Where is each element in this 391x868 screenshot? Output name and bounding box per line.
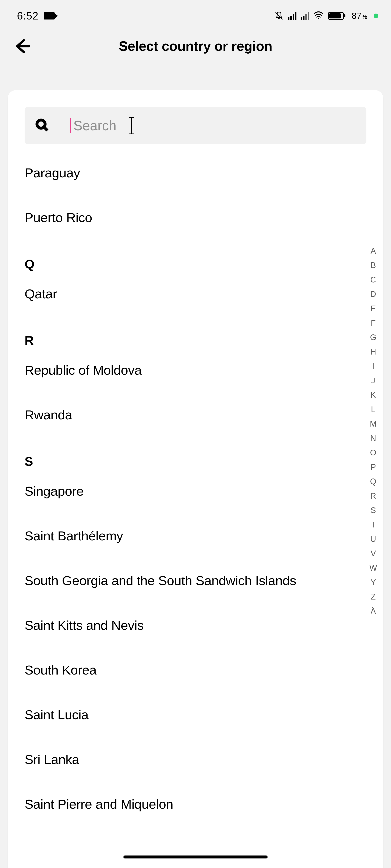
privacy-indicator-dot — [373, 13, 378, 18]
country-item[interactable]: Singapore — [25, 469, 366, 514]
wifi-icon — [313, 10, 324, 22]
index-letter[interactable]: P — [370, 460, 376, 474]
country-item[interactable]: Rwanda — [25, 393, 366, 437]
home-indicator[interactable] — [123, 856, 268, 859]
input-cursor — [70, 118, 71, 133]
svg-line-0 — [275, 12, 282, 20]
index-letter[interactable]: Y — [370, 575, 376, 590]
status-bar: 6:52 87% — [0, 0, 391, 32]
index-letter[interactable]: A — [370, 244, 376, 258]
section-header-r: R — [25, 316, 366, 348]
index-letter[interactable]: R — [370, 489, 376, 503]
index-letter[interactable]: C — [370, 273, 376, 287]
section-header-s: S — [25, 437, 366, 469]
country-item[interactable]: South Korea — [25, 648, 366, 692]
index-letter[interactable]: G — [370, 330, 377, 345]
status-right: 87% — [274, 10, 378, 22]
country-list[interactable]: Paraguay Puerto Rico Q Qatar R Republic … — [8, 151, 383, 827]
index-letter[interactable]: Q — [370, 474, 377, 489]
country-list-card: Search Paraguay Puerto Rico Q Qatar R Re… — [8, 90, 383, 868]
page-header: Select country or region — [0, 32, 391, 60]
index-letter[interactable]: T — [371, 518, 375, 532]
country-item[interactable]: Sri Lanka — [25, 737, 366, 782]
country-item[interactable]: Saint Lucia — [25, 692, 366, 737]
svg-line-3 — [44, 127, 48, 130]
index-letter[interactable]: F — [371, 316, 375, 330]
section-header-q: Q — [25, 240, 366, 272]
alphabet-scroll-index[interactable]: A B C D E F G H I J K L M N O P Q R S T … — [369, 244, 377, 618]
signal-2-icon — [301, 12, 309, 20]
status-left: 6:52 — [17, 10, 55, 22]
index-letter[interactable]: V — [370, 546, 376, 561]
index-letter[interactable]: L — [371, 402, 375, 416]
country-item[interactable]: Saint Kitts and Nevis — [25, 603, 366, 648]
search-placeholder: Search — [73, 118, 116, 133]
country-item[interactable]: South Georgia and the South Sandwich Isl… — [25, 558, 366, 603]
country-item[interactable]: Qatar — [25, 272, 366, 316]
country-item[interactable]: Republic of Moldova — [25, 348, 366, 393]
index-letter[interactable]: B — [370, 258, 376, 273]
index-letter[interactable]: K — [370, 388, 376, 402]
back-button[interactable] — [13, 36, 34, 57]
index-letter[interactable]: I — [372, 359, 374, 373]
index-letter[interactable]: E — [370, 301, 376, 316]
index-letter[interactable]: O — [370, 445, 377, 460]
notification-off-icon — [274, 11, 284, 21]
search-icon — [35, 118, 49, 133]
text-cursor-icon — [131, 117, 132, 134]
country-item[interactable]: Saint Barthélemy — [25, 514, 366, 558]
index-letter[interactable]: U — [370, 532, 376, 546]
index-letter[interactable]: Z — [371, 590, 375, 604]
index-letter[interactable]: S — [370, 503, 376, 518]
signal-1-icon — [288, 12, 296, 20]
index-letter[interactable]: Å — [370, 604, 376, 618]
index-letter[interactable]: D — [370, 287, 376, 301]
index-letter[interactable]: H — [370, 345, 376, 359]
svg-point-2 — [37, 120, 45, 128]
svg-point-1 — [318, 18, 319, 19]
index-letter[interactable]: W — [369, 561, 377, 575]
battery-percentage: 87% — [352, 11, 367, 21]
recording-icon — [44, 12, 55, 20]
search-input[interactable]: Search — [25, 107, 366, 144]
battery-icon — [328, 12, 345, 20]
search-field[interactable]: Search — [70, 117, 132, 134]
index-letter[interactable]: J — [371, 373, 375, 388]
status-time: 6:52 — [17, 10, 38, 22]
country-item[interactable]: Saint Pierre and Miquelon — [25, 782, 366, 827]
index-letter[interactable]: M — [370, 416, 377, 431]
index-letter[interactable]: N — [370, 431, 376, 445]
country-item[interactable]: Puerto Rico — [25, 195, 366, 240]
page-title: Select country or region — [119, 38, 272, 54]
country-item[interactable]: Paraguay — [25, 151, 366, 195]
